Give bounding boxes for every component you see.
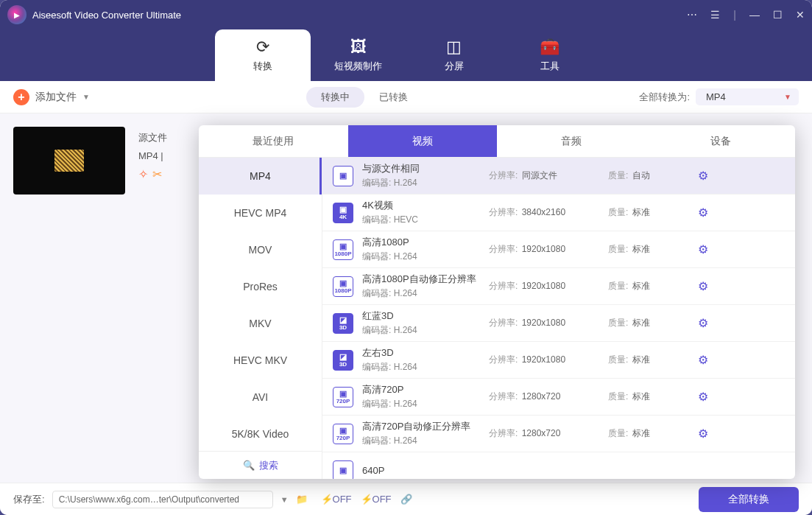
preset-row[interactable]: ▣720P高清720P自动修正分辨率编码器: H.264分辨率: 1280x72… [322, 416, 795, 452]
convert-all-to: 全部转换为: MP4 ▼ [639, 88, 799, 105]
preset-resolution: 分辨率: 1280x720 [489, 390, 599, 403]
preset-row[interactable]: ▣720P高清720P编码器: H.264分辨率: 1280x720质量: 标准… [322, 379, 795, 416]
preset-format-icon: ▣ [333, 460, 353, 480]
fp-tab-video[interactable]: 视频 [348, 125, 498, 157]
preset-list[interactable]: ▣与源文件相同编码器: H.264分辨率: 同源文件质量: 自动⚙▣4K4K视频… [322, 158, 795, 479]
app-title: Aiseesoft Video Converter Ultimate [32, 10, 687, 21]
add-files-button[interactable]: + 添加文件 ▼ [13, 89, 90, 105]
gear-icon[interactable]: ⚙ [698, 169, 708, 183]
status-segment: 转换中 已转换 [306, 87, 423, 108]
preset-title: 红蓝3D [362, 309, 480, 323]
fp-tab-device[interactable]: 设备 [646, 125, 796, 157]
fp-tab-audio[interactable]: 音频 [497, 125, 646, 157]
gear-icon[interactable]: ⚙ [698, 353, 708, 367]
category-item[interactable]: 5K/8K Video [199, 416, 322, 451]
fp-tab-recent[interactable]: 最近使用 [199, 125, 348, 157]
format-panel: 最近使用 视频 音频 设备 MP4HEVC MP4MOVProResMKVHEV… [199, 125, 795, 479]
preset-row[interactable]: ◪3D左右3D编码器: H.264分辨率: 1920x1080质量: 标准⚙ [322, 342, 795, 379]
edit-icon[interactable]: ✂ [152, 167, 162, 181]
preset-quality: 质量: 标准 [608, 354, 689, 366]
feedback-icon[interactable]: ⋯ [687, 9, 697, 21]
close-icon[interactable]: ✕ [796, 9, 805, 21]
format-category-list: MP4HEVC MP4MOVProResMKVHEVC MKVAVI5K/8K … [199, 158, 322, 479]
preset-encoder: 编码器: H.264 [362, 251, 480, 263]
preset-format-icon: ▣4K [333, 203, 353, 223]
category-item[interactable]: HEVC MKV [199, 342, 322, 379]
format-line: MP4 | [138, 150, 167, 161]
preset-format-icon: ◪3D [333, 350, 353, 371]
open-folder-icon[interactable]: 📁 [296, 494, 308, 505]
preset-title: 4K视频 [362, 199, 480, 212]
preset-info: 高清1080P编码器: H.264 [362, 236, 480, 263]
category-item[interactable]: MKV [199, 305, 322, 342]
preset-resolution: 分辨率: 1920x1080 [489, 354, 599, 366]
tab-mv-label: 短视频制作 [334, 60, 382, 73]
preset-title: 高清1080P [362, 236, 480, 249]
save-to-label: 保存至: [13, 493, 45, 506]
preset-resolution: 分辨率: 1920x1080 [489, 280, 599, 292]
tab-toolbox[interactable]: 🧰 工具 [502, 29, 598, 81]
toolbar: + 添加文件 ▼ 转换中 已转换 全部转换为: MP4 ▼ [0, 81, 812, 113]
search-icon: 🔍 [243, 460, 255, 471]
preset-row[interactable]: ▣与源文件相同编码器: H.264分辨率: 同源文件质量: 自动⚙ [322, 158, 795, 195]
preset-encoder: 编码器: H.264 [362, 435, 480, 447]
title-bar: Aiseesoft Video Converter Ultimate ⋯ ☰ |… [0, 0, 812, 29]
preset-resolution: 分辨率: 3840x2160 [489, 206, 599, 219]
format-value: MP4 [706, 91, 726, 102]
main-tabs: ⟳ 转换 🖼 短视频制作 ◫ 分屏 🧰 工具 [0, 29, 812, 81]
convert-all-button[interactable]: 全部转换 [699, 487, 799, 512]
preset-row[interactable]: ▣1080P高清1080P自动修正分辨率编码器: H.264分辨率: 1920x… [322, 268, 795, 305]
gear-icon[interactable]: ⚙ [698, 427, 708, 441]
gear-icon[interactable]: ⚙ [698, 390, 708, 404]
bottom-tools: ⚡OFF ⚡OFF 🔗 [321, 494, 412, 505]
search-button[interactable]: 🔍 搜索 [199, 451, 322, 479]
category-item[interactable]: ProRes [199, 268, 322, 305]
browse-folder-icon[interactable]: ▼ [280, 495, 289, 504]
output-path-input[interactable]: C:\Users\www.x6g.com…ter\Output\converte… [52, 491, 273, 508]
convert-icon: ⟳ [256, 38, 269, 57]
preset-info: 与源文件相同编码器: H.264 [362, 162, 480, 189]
format-dropdown[interactable]: MP4 ▼ [696, 88, 799, 105]
preset-row[interactable]: ◪3D红蓝3D编码器: H.264分辨率: 1920x1080质量: 标准⚙ [322, 305, 795, 342]
enhance-icon[interactable]: ✧ [138, 167, 148, 181]
bottom-bar: 保存至: C:\Users\www.x6g.com…ter\Output\con… [0, 483, 812, 515]
preset-info: 高清1080P自动修正分辨率编码器: H.264 [362, 273, 480, 300]
tab-collage[interactable]: ◫ 分屏 [406, 29, 502, 81]
tab-toolbox-label: 工具 [540, 60, 559, 73]
preset-row[interactable]: ▣1080P高清1080P编码器: H.264分辨率: 1920x1080质量:… [322, 231, 795, 268]
preset-info: 4K视频编码器: HEVC [362, 199, 480, 226]
preset-resolution: 分辨率: 1920x1080 [489, 317, 599, 329]
tab-convert[interactable]: ⟳ 转换 [215, 29, 311, 81]
preset-quality: 质量: 标准 [608, 427, 689, 440]
preset-info: 高清720P编码器: H.264 [362, 383, 480, 410]
preset-row[interactable]: ▣4K4K视频编码器: HEVC分辨率: 3840x2160质量: 标准⚙ [322, 195, 795, 231]
minimize-icon[interactable]: — [749, 9, 760, 21]
maximize-icon[interactable]: ☐ [773, 9, 783, 21]
seg-converted[interactable]: 已转换 [364, 87, 423, 108]
preset-row[interactable]: ▣640P [322, 452, 795, 479]
category-item[interactable]: MP4 [199, 158, 322, 195]
app-logo-icon [7, 5, 27, 24]
gear-icon[interactable]: ⚙ [698, 279, 708, 293]
preset-format-icon: ▣ [333, 166, 353, 186]
category-item[interactable]: HEVC MP4 [199, 195, 322, 231]
gear-icon[interactable]: ⚙ [698, 316, 708, 330]
category-item[interactable]: MOV [199, 231, 322, 268]
preset-title: 左右3D [362, 346, 480, 360]
gear-icon[interactable]: ⚙ [698, 242, 708, 256]
search-label: 搜索 [259, 459, 278, 472]
seg-converting[interactable]: 转换中 [306, 87, 364, 108]
category-item[interactable]: AVI [199, 379, 322, 416]
format-panel-tabs: 最近使用 视频 音频 设备 [199, 125, 795, 158]
hw-accel-icon[interactable]: ⚡OFF [321, 494, 352, 505]
preset-title: 高清720P [362, 383, 480, 396]
gear-icon[interactable]: ⚙ [698, 206, 708, 220]
chevron-down-icon: ▼ [82, 93, 90, 101]
gpu-icon[interactable]: ⚡OFF [361, 494, 392, 505]
menu-icon[interactable]: ☰ [710, 9, 720, 21]
preset-quality: 质量: 标准 [608, 390, 689, 403]
preset-format-icon: ◪3D [333, 313, 353, 334]
tab-mv[interactable]: 🖼 短视频制作 [311, 29, 406, 81]
video-thumbnail[interactable] [13, 127, 125, 195]
merge-icon[interactable]: 🔗 [400, 494, 412, 505]
